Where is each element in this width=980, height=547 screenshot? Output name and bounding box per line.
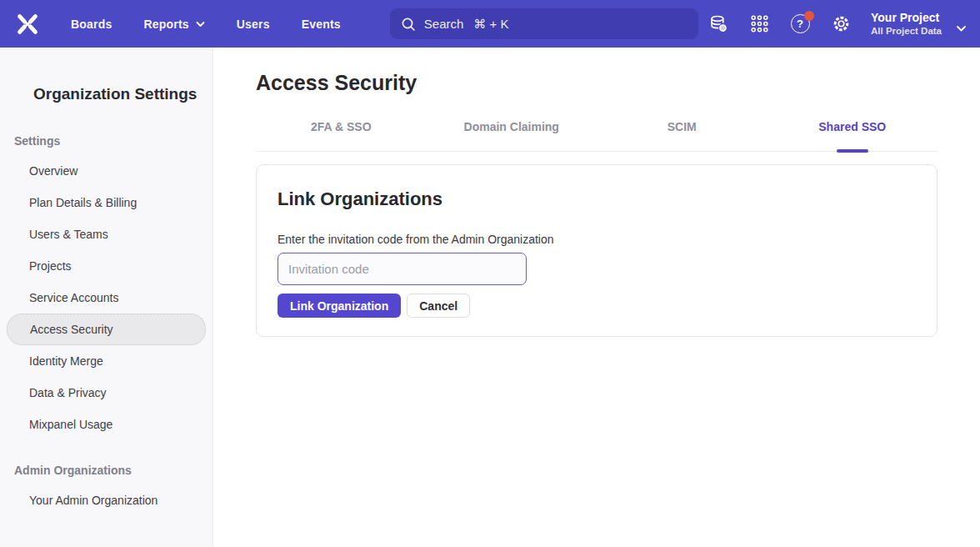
settings-sidebar: Organization Settings Settings Overview … [0, 48, 213, 547]
project-name: Your Project [871, 10, 942, 25]
chevron-down-icon [196, 21, 205, 28]
sidebar-item-label: Projects [29, 259, 72, 273]
search-shortcut: ⌘ + K [473, 17, 508, 32]
page-shell: Organization Settings Settings Overview … [0, 48, 980, 547]
sidebar-section-admin-organizations: Admin Organizations [14, 464, 212, 477]
link-organizations-card: Link Organizations Enter the invitation … [256, 164, 938, 337]
sidebar-item-service-accounts[interactable]: Service Accounts [7, 282, 206, 314]
project-switcher[interactable]: Your Project All Project Data [871, 10, 942, 38]
sidebar-item-overview[interactable]: Overview [7, 155, 206, 187]
sidebar-item-plan-details-billing[interactable]: Plan Details & Billing [7, 187, 206, 218]
sidebar-item-label: Mixpanel Usage [29, 418, 112, 431]
sidebar-item-label: Overview [29, 164, 78, 178]
nav-link-label: Users [237, 18, 270, 31]
sidebar-item-projects[interactable]: Projects [7, 250, 206, 282]
page-title: Access Security [256, 71, 980, 95]
sidebar-item-identity-merge[interactable]: Identity Merge [7, 345, 206, 377]
tab-label: SCIM [668, 120, 697, 133]
nav-link-label: Reports [143, 18, 188, 31]
sidebar-item-mixpanel-usage[interactable]: Mixpanel Usage [7, 409, 206, 440]
invitation-code-description: Enter the invitation code from the Admin… [278, 233, 916, 246]
cancel-button[interactable]: Cancel [407, 294, 470, 318]
top-nav: Boards Reports Users Events Search ⌘ + K [0, 0, 980, 48]
sidebar-item-label: Identity Merge [29, 354, 103, 368]
tab-label: 2FA & SSO [311, 120, 372, 133]
tab-label: Domain Claiming [464, 120, 559, 133]
nav-link-events[interactable]: Events [302, 18, 341, 31]
nav-links: Boards Reports Users Events [71, 18, 341, 31]
apps-grid-icon[interactable] [748, 13, 770, 35]
card-title: Link Organizations [278, 188, 916, 210]
tab-shared-sso[interactable]: Shared SSO [768, 120, 938, 151]
link-organization-button[interactable]: Link Organization [278, 294, 401, 318]
sidebar-item-label: Plan Details & Billing [29, 196, 137, 209]
sidebar-item-label: Access Security [30, 323, 113, 336]
project-scope: All Project Data [871, 25, 942, 38]
search-icon [401, 17, 416, 32]
tab-bar: 2FA & SSO Domain Claiming SCIM Shared SS… [256, 120, 938, 152]
notification-dot [804, 11, 814, 21]
sidebar-section-settings: Settings [14, 134, 212, 148]
search-placeholder: Search [424, 17, 464, 31]
nav-link-label: Events [302, 18, 341, 31]
sidebar-item-your-admin-organization[interactable]: Your Admin Organization [7, 484, 206, 516]
main-content: Access Security 2FA & SSO Domain Claimin… [213, 48, 980, 547]
sidebar-item-data-privacy[interactable]: Data & Privacy [7, 377, 206, 409]
tab-2fa-sso[interactable]: 2FA & SSO [256, 120, 427, 151]
sidebar-item-label: Data & Privacy [29, 386, 107, 399]
help-icon[interactable]: ? [789, 13, 811, 35]
nav-link-users[interactable]: Users [237, 18, 270, 31]
invitation-code-input[interactable] [278, 253, 527, 285]
sidebar-item-label: Users & Teams [29, 228, 108, 241]
project-chevron-down-icon[interactable] [956, 25, 967, 33]
data-management-icon[interactable] [708, 13, 729, 35]
tab-label: Shared SSO [818, 120, 886, 133]
search-input[interactable]: Search ⌘ + K [390, 8, 698, 39]
sidebar-item-label: Service Accounts [29, 291, 118, 304]
tab-domain-claiming[interactable]: Domain Claiming [427, 120, 598, 151]
sidebar-item-users-teams[interactable]: Users & Teams [7, 218, 206, 250]
tab-scim[interactable]: SCIM [597, 120, 768, 151]
sidebar-title: Organization Settings [33, 85, 212, 103]
sidebar-item-access-security[interactable]: Access Security [7, 314, 206, 345]
mixpanel-logo[interactable] [15, 12, 40, 37]
nav-right-actions: ? Your Project All Project Data [708, 10, 980, 38]
nav-link-reports[interactable]: Reports [143, 18, 204, 31]
nav-link-boards[interactable]: Boards [71, 18, 112, 31]
sidebar-item-label: Your Admin Organization [29, 494, 158, 507]
card-actions: Link Organization Cancel [278, 294, 916, 318]
nav-link-label: Boards [71, 18, 112, 31]
gear-icon[interactable] [830, 13, 852, 35]
